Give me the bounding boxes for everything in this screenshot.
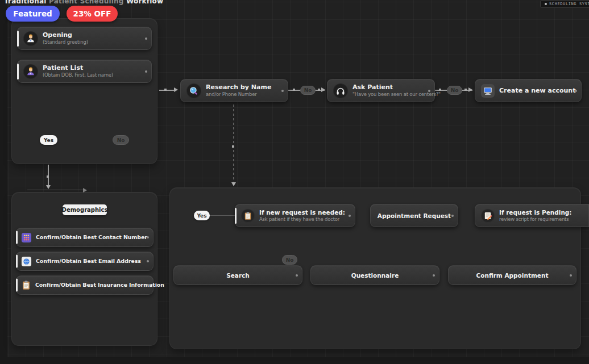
node-subtitle: "Have you been seen at our centers?" xyxy=(352,91,429,98)
arrow-right-icon xyxy=(83,188,87,193)
edge-label-no: No xyxy=(447,86,462,95)
globe-email-icon xyxy=(21,256,32,267)
arrow-right-icon xyxy=(468,87,472,92)
node-title: Create a new account xyxy=(499,87,575,95)
node-accent-bar xyxy=(16,278,18,291)
keypad-icon xyxy=(21,232,32,243)
output-port-dot[interactable] xyxy=(570,274,572,277)
node-accent-bar xyxy=(17,63,19,79)
node-title: If request is Pending: xyxy=(499,209,572,216)
node-title: Patient List xyxy=(43,64,113,72)
node-subtitle: review script for requirements xyxy=(499,216,572,223)
node-title: Questionnaire xyxy=(351,272,399,279)
connector-dot xyxy=(318,89,320,91)
arrow-down-icon xyxy=(231,182,236,186)
node-title: Research by Name xyxy=(206,83,271,91)
output-port-dot[interactable] xyxy=(145,37,147,40)
node-subtitle: (Standard greeting) xyxy=(43,39,88,45)
output-port-dot[interactable] xyxy=(349,215,351,217)
output-port-dot[interactable] xyxy=(428,90,430,92)
node-title: Confirm Appointment xyxy=(476,272,549,279)
node-questionnaire[interactable]: Questionnaire xyxy=(310,265,439,285)
node-title: Appointment Request xyxy=(378,212,451,219)
computer-icon xyxy=(481,84,495,98)
connector-dot xyxy=(47,175,49,178)
node-accent-bar xyxy=(16,231,18,244)
output-port-dot[interactable] xyxy=(433,274,435,277)
edge-label-no: No xyxy=(300,86,316,95)
connector-dot xyxy=(439,89,441,91)
scheduling-system-badge: SCHEDULING SYSTEM xyxy=(540,0,589,8)
arrow-right-icon xyxy=(174,87,178,92)
node-research-by-name[interactable]: Research by Name and/or Phone Number xyxy=(180,79,288,102)
connector-dot xyxy=(293,89,295,91)
node-ask-patient[interactable]: Ask Patient "Have you been seen at our c… xyxy=(327,79,435,102)
node-title: Opening xyxy=(43,31,88,39)
edge-label-yes: Yes xyxy=(194,211,210,220)
demographics-button[interactable]: Demographics xyxy=(63,204,107,215)
arrow-down-icon xyxy=(46,185,51,189)
node-create-account[interactable]: Create a new account xyxy=(475,79,582,102)
connector-dot xyxy=(164,89,167,91)
node-accent-bar xyxy=(17,30,19,46)
output-port-dot[interactable] xyxy=(147,236,149,239)
node-contact-number[interactable]: Confirm/Obtain Best Contact Number xyxy=(16,228,154,247)
headphones-icon xyxy=(333,83,348,98)
featured-badge: Featured xyxy=(6,6,60,22)
node-title: If new request is needed: xyxy=(259,209,345,216)
output-port-dot[interactable] xyxy=(147,260,149,262)
edge-label-no: No xyxy=(282,255,297,265)
output-port-dot[interactable] xyxy=(147,284,149,286)
scheduling-system-label: SCHEDULING SYSTEM xyxy=(549,2,589,6)
node-search[interactable]: Search xyxy=(173,265,302,285)
output-port-dot[interactable] xyxy=(575,90,577,92)
node-title: Confirm/Obtain Best Contact Number xyxy=(36,234,147,241)
title-word: Workflow xyxy=(126,0,163,5)
node-confirm-appointment[interactable]: Confirm Appointment xyxy=(448,265,576,285)
node-title: Confirm/Obtain Best Email Address xyxy=(36,258,141,265)
node-opening[interactable]: Opening (Standard greeting) xyxy=(17,27,152,50)
office-worker-icon xyxy=(23,64,38,79)
node-insurance-info[interactable]: Confirm/Obtain Best Insurance Informatio… xyxy=(16,275,154,295)
edge-label-no: No xyxy=(113,135,129,145)
node-if-request-pending[interactable]: If request is Pending: review script for… xyxy=(475,204,589,227)
clipboard-icon xyxy=(241,209,255,223)
output-port-dot[interactable] xyxy=(281,90,284,92)
node-title: Ask Patient xyxy=(352,83,429,91)
node-patient-list[interactable]: Patient List (Obtain DOB, First, Last na… xyxy=(17,60,152,83)
workflow-canvas[interactable]: Traditional Patient Scheduling Workflow … xyxy=(0,0,589,364)
clipboard-icon xyxy=(21,280,31,290)
title-word: Traditional xyxy=(4,0,47,5)
canvas-left-edge xyxy=(0,0,7,364)
arrow-right-icon xyxy=(321,87,325,92)
connector-line xyxy=(27,190,84,190)
page-title: Traditional Patient Scheduling Workflow xyxy=(4,0,163,5)
canvas-bottom-edge xyxy=(0,357,589,364)
magnifier-icon xyxy=(186,83,201,98)
connector-line xyxy=(210,215,235,216)
node-subtitle: and/or Phone Number xyxy=(206,91,271,98)
output-port-dot[interactable] xyxy=(145,70,147,73)
connector-dot xyxy=(232,145,234,148)
node-title: Confirm/Obtain Best Insurance Informatio… xyxy=(35,282,148,288)
node-accent-bar xyxy=(235,207,237,223)
node-subtitle: Ask patient if they have the doctor xyxy=(259,216,345,223)
output-port-dot[interactable] xyxy=(451,215,454,217)
node-if-new-request[interactable]: If new request is needed: Ask patient if… xyxy=(235,204,355,227)
connector-dashed-line xyxy=(233,104,234,185)
status-led-icon xyxy=(545,3,547,5)
node-subtitle: (Obtain DOB, First, Last name) xyxy=(43,72,113,78)
connector-dot xyxy=(464,89,467,91)
output-port-dot[interactable] xyxy=(296,274,298,277)
node-email-address[interactable]: Confirm/Obtain Best Email Address xyxy=(16,252,154,271)
discount-badge: 23% OFF xyxy=(67,6,118,22)
node-appointment-request[interactable]: Appointment Request xyxy=(370,204,458,227)
node-title: Search xyxy=(226,272,250,279)
doctor-icon xyxy=(23,31,38,46)
node-accent-bar xyxy=(16,254,18,267)
title-word: Patient Scheduling xyxy=(49,0,124,5)
edge-label-yes: Yes xyxy=(40,135,57,145)
memo-icon xyxy=(481,209,495,223)
